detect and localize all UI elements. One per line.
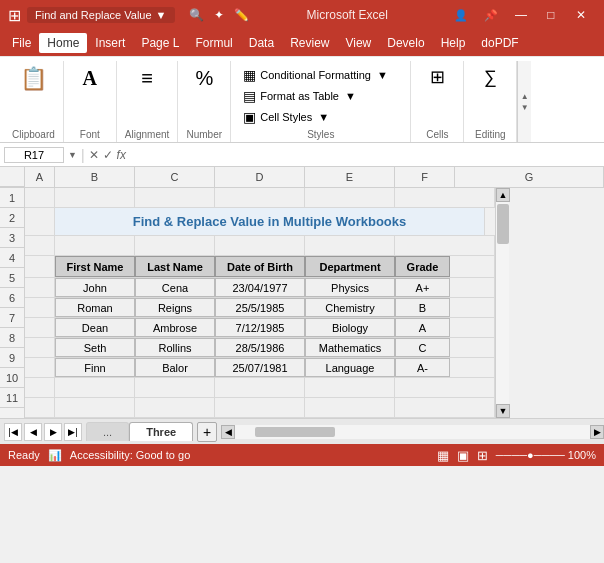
- cell-g5[interactable]: [450, 278, 495, 297]
- ribbon-scroll[interactable]: ▲ ▼: [517, 61, 531, 142]
- menu-item-help[interactable]: Help: [433, 33, 474, 53]
- cell-d8[interactable]: 28/5/1986: [215, 338, 305, 357]
- sheet-tab-ellipsis[interactable]: ...: [86, 422, 129, 441]
- formula-input[interactable]: [130, 147, 600, 163]
- menu-item-dopdf[interactable]: doPDF: [473, 33, 526, 53]
- cell-e8[interactable]: Mathematics: [305, 338, 395, 357]
- cell-e11[interactable]: [305, 398, 395, 417]
- cell-a10[interactable]: [25, 378, 55, 397]
- cell-g9[interactable]: [450, 358, 495, 377]
- h-scroll-thumb[interactable]: [255, 427, 335, 437]
- cell-a4[interactable]: [25, 256, 55, 277]
- scroll-down-button[interactable]: ▼: [496, 404, 510, 418]
- cell-d11[interactable]: [215, 398, 305, 417]
- number-button[interactable]: %: [186, 65, 222, 91]
- cell-f9[interactable]: A-: [395, 358, 450, 377]
- cell-f5[interactable]: A+: [395, 278, 450, 297]
- cell-a7[interactable]: [25, 318, 55, 337]
- insert-function-icon[interactable]: fx: [117, 148, 126, 162]
- cell-e10[interactable]: [305, 378, 395, 397]
- col-header-d[interactable]: D: [215, 167, 305, 187]
- cell-c10[interactable]: [135, 378, 215, 397]
- cells-button[interactable]: ⊞: [419, 65, 455, 89]
- scroll-first-sheet[interactable]: |◀: [4, 423, 22, 441]
- cell-b4[interactable]: First Name: [55, 256, 135, 277]
- cell-e7[interactable]: Biology: [305, 318, 395, 337]
- cell-d6[interactable]: 25/5/1985: [215, 298, 305, 317]
- cell-g6[interactable]: [450, 298, 495, 317]
- share-button[interactable]: 👤: [446, 0, 476, 30]
- ribbon-toggle[interactable]: 📌: [476, 0, 506, 30]
- cell-b10[interactable]: [55, 378, 135, 397]
- cell-b9[interactable]: Finn: [55, 358, 135, 377]
- cell-c5[interactable]: Cena: [135, 278, 215, 297]
- maximize-button[interactable]: □: [536, 0, 566, 30]
- cell-b8[interactable]: Seth: [55, 338, 135, 357]
- cell-c3[interactable]: [135, 236, 215, 255]
- cell-e6[interactable]: Chemistry: [305, 298, 395, 317]
- cell-a6[interactable]: [25, 298, 55, 317]
- h-scroll-left[interactable]: ◀: [221, 425, 235, 439]
- menu-item-developer[interactable]: Develo: [379, 33, 432, 53]
- cell-c1[interactable]: [135, 188, 215, 207]
- cell-d4[interactable]: Date of Birth: [215, 256, 305, 277]
- name-box-dropdown[interactable]: ▼: [68, 150, 77, 160]
- cell-e1[interactable]: [305, 188, 395, 207]
- font-button[interactable]: A: [72, 65, 108, 91]
- cell-e9[interactable]: Language: [305, 358, 395, 377]
- cell-c8[interactable]: Rollins: [135, 338, 215, 357]
- minimize-button[interactable]: —: [506, 0, 536, 30]
- cell-b5[interactable]: John: [55, 278, 135, 297]
- scroll-up-button[interactable]: ▲: [496, 188, 510, 202]
- scroll-prev-sheet[interactable]: ◀: [24, 423, 42, 441]
- confirm-icon[interactable]: ✓: [103, 148, 113, 162]
- menu-item-formulas[interactable]: Formul: [187, 33, 240, 53]
- cell-d5[interactable]: 23/04/1977: [215, 278, 305, 297]
- menu-item-insert[interactable]: Insert: [87, 33, 133, 53]
- cell-f10[interactable]: [395, 378, 495, 397]
- col-header-f[interactable]: F: [395, 167, 455, 187]
- menu-item-home[interactable]: Home: [39, 33, 87, 53]
- cell-f8[interactable]: C: [395, 338, 450, 357]
- view-normal[interactable]: ▦: [437, 448, 449, 463]
- cell-f6[interactable]: B: [395, 298, 450, 317]
- cell-b2-merged[interactable]: Find & Replace Value in Multiple Workboo…: [55, 208, 485, 235]
- cell-c6[interactable]: Reigns: [135, 298, 215, 317]
- cell-g4[interactable]: [450, 256, 495, 277]
- cell-f1[interactable]: [395, 188, 495, 207]
- cell-b3[interactable]: [55, 236, 135, 255]
- editing-button[interactable]: ∑: [472, 65, 508, 89]
- alignment-button[interactable]: ≡: [129, 65, 165, 91]
- close-button[interactable]: ✕: [566, 0, 596, 30]
- cancel-icon[interactable]: ✕: [89, 148, 99, 162]
- format-as-table-button[interactable]: ▤ Format as Table ▼: [239, 86, 402, 106]
- cell-a8[interactable]: [25, 338, 55, 357]
- scroll-next-sheet[interactable]: ▶: [44, 423, 62, 441]
- cell-c4[interactable]: Last Name: [135, 256, 215, 277]
- cell-a11[interactable]: [25, 398, 55, 417]
- col-header-g[interactable]: G: [455, 167, 604, 187]
- cell-d1[interactable]: [215, 188, 305, 207]
- cell-styles-button[interactable]: ▣ Cell Styles ▼: [239, 107, 402, 127]
- cell-a1[interactable]: [25, 188, 55, 207]
- quick-access-toolbar[interactable]: Find and Replace Value ▼: [27, 7, 175, 23]
- h-scroll-track[interactable]: [235, 425, 590, 439]
- cell-d7[interactable]: 7/12/1985: [215, 318, 305, 337]
- col-header-c[interactable]: C: [135, 167, 215, 187]
- add-sheet-button[interactable]: +: [197, 422, 217, 442]
- cell-b11[interactable]: [55, 398, 135, 417]
- sheet-tab-three[interactable]: Three: [129, 422, 193, 441]
- cell-a9[interactable]: [25, 358, 55, 377]
- name-box[interactable]: [4, 147, 64, 163]
- cell-e4[interactable]: Department: [305, 256, 395, 277]
- scroll-track[interactable]: [496, 202, 509, 404]
- cell-f11[interactable]: [395, 398, 495, 417]
- cell-f4[interactable]: Grade: [395, 256, 450, 277]
- vertical-scrollbar[interactable]: ▲ ▼: [495, 188, 509, 418]
- clipboard-button[interactable]: 📋: [15, 65, 51, 93]
- cell-d10[interactable]: [215, 378, 305, 397]
- menu-item-view[interactable]: View: [337, 33, 379, 53]
- cell-e3[interactable]: [305, 236, 395, 255]
- cell-b1[interactable]: [55, 188, 135, 207]
- menu-item-file[interactable]: File: [4, 33, 39, 53]
